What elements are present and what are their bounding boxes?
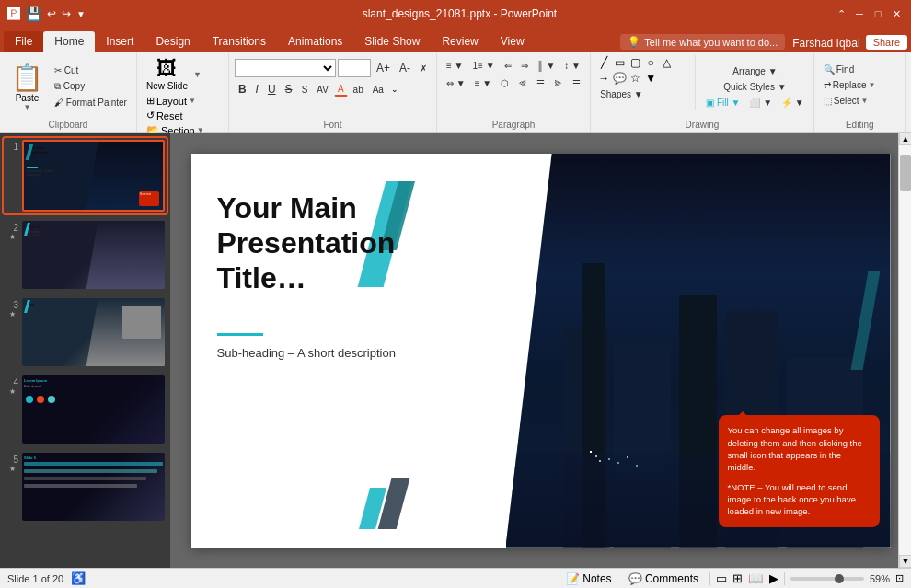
replace-button[interactable]: ⇄ Replace ▼: [820, 78, 880, 92]
undo-icon[interactable]: ↩: [47, 7, 56, 20]
align-right-button[interactable]: ⫸: [550, 76, 567, 90]
slide-thumb-1[interactable]: 1 Your MainPresentationTitle… Sub-headin…: [4, 138, 167, 213]
tab-view[interactable]: View: [490, 31, 536, 52]
minimize-icon[interactable]: ─: [852, 6, 867, 21]
slide-thumb-3[interactable]: 3 ★ Team: [4, 296, 167, 368]
scroll-down-button[interactable]: ▼: [899, 555, 911, 568]
bullets-button[interactable]: ≡ ▼: [443, 59, 467, 73]
paste-button[interactable]: 📋 Paste ▼: [6, 60, 49, 114]
new-slide-button[interactable]: 🖼 New Slide: [143, 55, 191, 93]
zoom-slider[interactable]: [790, 577, 864, 581]
shape-line-icon[interactable]: ╱: [596, 55, 611, 70]
underline-button[interactable]: U: [264, 81, 280, 98]
tab-file[interactable]: File: [4, 31, 43, 52]
close-icon[interactable]: ✕: [889, 6, 904, 21]
bold-button[interactable]: B: [235, 81, 250, 98]
tab-home[interactable]: Home: [43, 31, 95, 52]
tab-design[interactable]: Design: [144, 31, 201, 52]
shape-effects-button[interactable]: ⚡ ▼: [778, 96, 808, 110]
paste-dropdown-icon[interactable]: ▼: [24, 103, 31, 111]
layout-button[interactable]: ⊞ Layout ▼: [143, 94, 200, 108]
zoom-thumb[interactable]: [835, 574, 844, 583]
find-icon: 🔍: [824, 64, 835, 75]
tab-animations[interactable]: Animations: [277, 31, 353, 52]
text-direction-button[interactable]: ⇔ ▼: [443, 76, 469, 90]
charspacing-button[interactable]: AV: [313, 83, 332, 97]
slide-canvas[interactable]: Your Main Presentation Title… Sub-headin…: [191, 154, 891, 548]
layout-dropdown-icon[interactable]: ▼: [189, 97, 196, 105]
select-button[interactable]: ⬚ Select ▼: [820, 94, 872, 108]
normal-view-button[interactable]: ▭: [716, 571, 727, 585]
arrange-button[interactable]: Arrange ▼: [702, 64, 808, 78]
reading-view-button[interactable]: 📖: [748, 571, 764, 585]
cut-button[interactable]: ✂ Cut: [51, 63, 82, 77]
comments-button[interactable]: 💬 Comments: [623, 571, 704, 587]
shape-roundrect-icon[interactable]: ▢: [628, 55, 642, 70]
format-painter-button[interactable]: 🖌 Format Painter: [51, 96, 131, 110]
clear-format-button[interactable]: ✗: [416, 62, 431, 75]
numbering-button[interactable]: 1≡ ▼: [468, 59, 498, 73]
slideshow-button[interactable]: ▶: [769, 571, 778, 585]
tab-transitions[interactable]: Transitions: [202, 31, 277, 52]
smartart-button[interactable]: ⬡: [497, 76, 513, 90]
new-slide-dropdown-icon[interactable]: ▼: [193, 70, 202, 79]
collapse-ribbon-icon[interactable]: ⌃: [834, 6, 848, 21]
redo-icon[interactable]: ↪: [62, 7, 71, 20]
tab-insert[interactable]: Insert: [95, 31, 144, 52]
shape-triangle-icon[interactable]: △: [659, 55, 674, 70]
shape-rect-icon[interactable]: ▭: [612, 55, 627, 70]
vertical-scrollbar[interactable]: ▲ ▼: [898, 133, 911, 568]
quick-styles-button[interactable]: Quick Styles ▼: [702, 80, 808, 94]
reset-button[interactable]: ↺ Reset: [143, 109, 187, 122]
justify-button[interactable]: ☰: [569, 76, 584, 90]
tab-slideshow[interactable]: Slide Show: [353, 31, 431, 52]
increase-indent-button[interactable]: ⇒: [517, 59, 532, 73]
fit-slide-button[interactable]: ⊡: [895, 572, 904, 584]
shape-star-icon[interactable]: ☆: [628, 71, 642, 86]
slide-subtitle[interactable]: Sub-heading – A short description: [217, 345, 401, 362]
shapes-button[interactable]: Shapes ▼: [596, 87, 647, 101]
decrease-indent-button[interactable]: ⇐: [501, 59, 515, 73]
tab-review[interactable]: Review: [431, 31, 489, 52]
font-color-button[interactable]: A: [334, 82, 348, 97]
customize-qat-icon[interactable]: ▼: [76, 9, 86, 19]
shape-fill-button[interactable]: ▣ Fill ▼: [702, 96, 744, 110]
save-icon[interactable]: 💾: [26, 6, 41, 21]
shape-ellipse-icon[interactable]: ○: [643, 55, 658, 70]
slide-thumb-5[interactable]: 5 ★ Slide 5: [4, 451, 167, 523]
shadow-button[interactable]: S: [298, 83, 312, 97]
font-size-input[interactable]: [338, 59, 371, 77]
slide-title[interactable]: Your Main Presentation Title…: [217, 190, 410, 296]
linespacing-button[interactable]: ↕ ▼: [560, 59, 584, 73]
font-name-select[interactable]: [235, 59, 336, 77]
align-center-button[interactable]: ☰: [533, 76, 548, 90]
slide-thumb-4[interactable]: 4 ★ Lorem Ipsum Dolor sit amet: [4, 374, 167, 445]
find-button[interactable]: 🔍 Find: [820, 63, 858, 76]
shape-outline-button[interactable]: ⬜ ▼: [745, 96, 776, 110]
decrease-font-button[interactable]: A-: [396, 60, 414, 76]
columns-button[interactable]: ║ ▼: [534, 59, 559, 73]
italic-button[interactable]: I: [252, 81, 262, 98]
scroll-thumb[interactable]: [900, 155, 911, 191]
shape-arrow-icon[interactable]: →: [596, 71, 611, 86]
strikethrough-button[interactable]: S: [282, 81, 296, 98]
shape-callout-icon[interactable]: 💬: [612, 71, 627, 86]
increase-font-button[interactable]: A+: [373, 60, 394, 76]
text-highlight-button[interactable]: ab: [350, 83, 367, 97]
copy-button[interactable]: ⧉ Copy: [51, 79, 88, 94]
share-button[interactable]: Share: [866, 35, 907, 50]
shapes-more-icon[interactable]: ▼: [643, 71, 658, 86]
font-expand-icon[interactable]: ⌄: [391, 85, 398, 94]
slide-sorter-button[interactable]: ⊞: [732, 571, 743, 585]
scroll-track: [899, 145, 911, 555]
notes-button[interactable]: 📝 Notes: [560, 571, 617, 587]
accessibility-icon[interactable]: ♿: [71, 571, 86, 585]
callout-bubble[interactable]: You can change all images by deleting th…: [719, 415, 880, 526]
align-left-button[interactable]: ⫷: [514, 76, 531, 90]
align-text-button[interactable]: ≡ ▼: [471, 76, 496, 90]
maximize-icon[interactable]: □: [871, 6, 885, 21]
tell-me-search[interactable]: 💡 Tell me what you want to do...: [620, 34, 785, 50]
scroll-up-button[interactable]: ▲: [899, 133, 911, 145]
slide-thumb-2[interactable]: 2 ★ About Us Content hereMore content: [4, 219, 167, 291]
change-case-button[interactable]: Aa: [369, 83, 387, 97]
